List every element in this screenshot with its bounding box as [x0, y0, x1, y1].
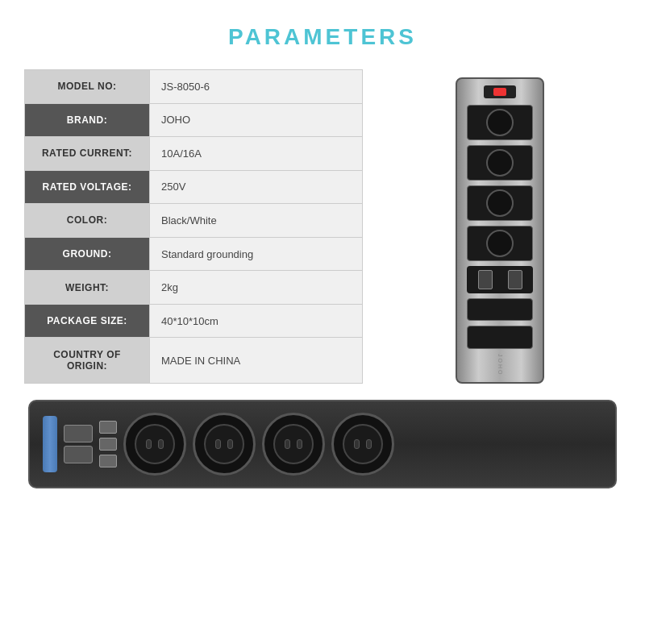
table-row: PACKAGE SIZE:40*10*10cm — [25, 304, 363, 338]
param-value: 10A/16A — [150, 137, 363, 171]
pin-hole-r-2 — [227, 439, 233, 449]
param-label: COLOR: — [25, 204, 150, 238]
table-row: RATED VOLTAGE:250V — [25, 170, 363, 204]
brand-label-vertical: JOHO — [497, 354, 503, 376]
usb-port-h-1 — [99, 421, 117, 434]
power-switch — [484, 85, 516, 98]
usb-port-h-2 — [99, 438, 117, 451]
param-label: GROUND: — [25, 237, 150, 271]
network-port-2 — [64, 446, 93, 463]
usb-port-2 — [508, 270, 522, 289]
power-cable — [43, 416, 57, 472]
param-label: RATED VOLTAGE: — [25, 170, 150, 204]
eu-socket-inner-1 — [135, 424, 175, 464]
table-row: GROUND:Standard grounding — [25, 237, 363, 271]
eu-socket-inner-4 — [343, 424, 383, 464]
table-row: RATED CURRENT:10A/16A — [25, 137, 363, 171]
param-label: BRAND: — [25, 103, 150, 137]
socket-3 — [467, 185, 533, 221]
param-value: JOHO — [150, 103, 363, 137]
table-row: MODEL NO:JS-8050-6 — [25, 70, 363, 104]
param-label: WEIGHT: — [25, 271, 150, 305]
param-label: COUNTRY OF ORIGIN: — [25, 338, 150, 384]
pin-hole-r-3 — [297, 439, 302, 449]
pin-hole-l-2 — [215, 439, 221, 449]
pin-hole-r-1 — [158, 439, 164, 449]
param-value: MADE IN CHINA — [150, 338, 363, 384]
pin-hole-r-4 — [366, 439, 372, 449]
usb-ports-horizontal — [99, 421, 117, 467]
socket-1 — [467, 105, 533, 140]
parameters-table: MODEL NO:JS-8050-6BRAND:JOHORATED CURREN… — [24, 69, 363, 384]
page-title: PARAMETERS — [24, 16, 621, 50]
content-area: MODEL NO:JS-8050-6BRAND:JOHORATED CURREN… — [24, 69, 621, 384]
param-label: RATED CURRENT: — [25, 137, 150, 171]
param-value: 2kg — [150, 271, 363, 305]
param-value: Black/White — [150, 204, 363, 238]
table-row: COLOR:Black/White — [25, 204, 363, 238]
usb-port-h-3 — [99, 455, 117, 467]
param-value: 40*10*10cm — [150, 304, 363, 338]
vertical-power-strip: JOHO — [456, 77, 544, 384]
eu-socket-4 — [331, 413, 394, 476]
param-value: 250V — [150, 170, 363, 204]
param-value: Standard grounding — [150, 237, 363, 271]
socket-4 — [467, 226, 533, 261]
eu-socket-1 — [123, 413, 186, 476]
param-value: JS-8050-6 — [150, 70, 363, 104]
usb-area — [467, 266, 533, 293]
usb-port-1 — [478, 270, 493, 289]
pin-hole-l-3 — [285, 439, 290, 449]
horizontal-power-strip — [28, 400, 617, 488]
table-row: COUNTRY OF ORIGIN:MADE IN CHINA — [25, 338, 363, 384]
eu-socket-inner-2 — [204, 424, 244, 464]
eu-socket-2 — [193, 413, 256, 476]
eu-socket-inner-3 — [273, 424, 314, 464]
table-row: WEIGHT:2kg — [25, 271, 363, 305]
param-label: MODEL NO: — [25, 70, 150, 104]
bottom-section — [24, 400, 621, 488]
pin-hole-l-4 — [354, 439, 360, 449]
table-row: BRAND:JOHO — [25, 103, 363, 137]
product-image-area: JOHO — [379, 69, 621, 384]
pin-hole-l-1 — [146, 439, 152, 449]
network-ports — [64, 425, 93, 463]
eu-socket-3 — [262, 413, 325, 476]
param-label: PACKAGE SIZE: — [25, 304, 150, 338]
socket-small-2 — [467, 326, 533, 348]
socket-small-1 — [467, 298, 533, 321]
socket-2 — [467, 145, 533, 181]
network-port-1 — [64, 425, 93, 442]
page-container: PARAMETERS MODEL NO:JS-8050-6BRAND:JOHOR… — [0, 0, 645, 505]
